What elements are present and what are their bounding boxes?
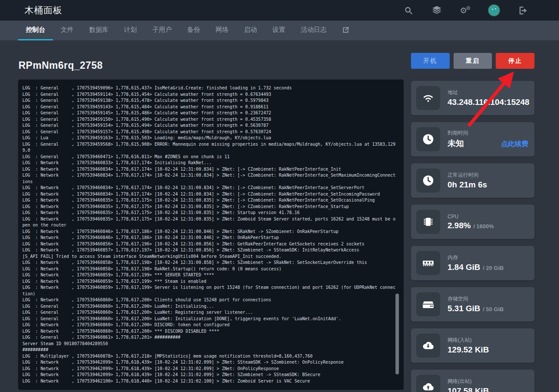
console-line: LOG : Network , 1707539460856> 1,778,617… bbox=[22, 241, 399, 248]
stat-value: 2.98% bbox=[448, 221, 471, 230]
console-line: LOG : Network , 1707539460857> 1,778,617… bbox=[22, 247, 399, 254]
console-line: LOG : Network , 1707539462099> 1,778,618… bbox=[22, 366, 399, 372]
stat-value: 1.84 GiB bbox=[448, 263, 480, 272]
console-line: LOG : Network , 1707539460835> 1,778,617… bbox=[22, 216, 399, 223]
power-buttons: 开机 重启 停止 bbox=[411, 53, 534, 69]
cloud-upload-icon bbox=[416, 375, 440, 392]
console-line: LOG : General , 1707539459145> 1,778,615… bbox=[22, 110, 399, 116]
logout-icon[interactable] bbox=[518, 5, 528, 15]
console-line: LOG : Network , 1707539460860> 1,778,617… bbox=[22, 297, 399, 303]
clock-icon bbox=[416, 127, 440, 151]
console-line: LOG : General , 1707539460471> 1,778,616… bbox=[22, 154, 399, 160]
tab-settings[interactable]: 设置 bbox=[265, 21, 293, 40]
cloud-download-icon bbox=[416, 334, 440, 358]
console-line: LOG : General , 1707539459138> 1,778,615… bbox=[22, 98, 399, 104]
start-button[interactable]: 开机 bbox=[411, 53, 450, 69]
console-line: LOG : General , 1707539459143> 1,778,615… bbox=[22, 104, 399, 110]
expiry-card: 到期时间 未知 点此续费 bbox=[411, 122, 534, 156]
microchip-icon bbox=[416, 210, 440, 234]
stat-label: 存储空间 bbox=[448, 295, 529, 303]
tab-schedules[interactable]: 计划 bbox=[116, 21, 145, 40]
console-line: LOG : Network , 1707539462100> 1,778,618… bbox=[22, 378, 399, 385]
clock-icon bbox=[416, 168, 440, 193]
renew-link[interactable]: 点此续费 bbox=[501, 140, 529, 149]
uptime-card: 正常运行时间 0h 21m 6s bbox=[411, 163, 534, 198]
stat-label: 到期时间 bbox=[448, 129, 529, 137]
console-line: LOG : Network , 1707539460860> 1,778,617… bbox=[22, 322, 399, 328]
avatar[interactable] bbox=[488, 5, 500, 16]
console-line: LOG : Network , 1707539460846> 1,778,617… bbox=[22, 229, 399, 235]
wifi-icon bbox=[416, 86, 440, 110]
tab-network[interactable]: 网络 bbox=[208, 21, 236, 40]
external-link-icon[interactable] bbox=[334, 21, 357, 40]
stat-value: 43.248.116.104:15248 bbox=[448, 98, 529, 107]
console-line: LOG : Lua , 1707539459163> 1,778,615,503… bbox=[22, 135, 399, 141]
stat-label: 正常运行时间 bbox=[448, 172, 529, 179]
stat-label: 地址 bbox=[448, 89, 529, 96]
top-bar: 木桶面板 ⚙⚙ bbox=[0, 0, 559, 21]
search-icon[interactable] bbox=[403, 5, 414, 15]
console-line: LOG : General , 1707539460861> 1,778,617… bbox=[22, 334, 399, 341]
stat-limit: / 1600% bbox=[473, 223, 494, 230]
console-line: 9,0 bbox=[22, 147, 399, 154]
console-line: ########## bbox=[22, 347, 399, 353]
network-out-card: 网络(出站) 107.58 KiB bbox=[411, 370, 534, 392]
console-lines: LOG : General , 1707539459096> 1,778,615… bbox=[22, 85, 399, 384]
tab-startup[interactable]: 启动 bbox=[236, 21, 265, 40]
stop-button[interactable]: 停止 bbox=[496, 53, 534, 69]
console-line: LOG : Network , 1707539460858> 1,778,617… bbox=[22, 266, 399, 273]
tab-activity-log[interactable]: 活动日志 bbox=[293, 21, 334, 40]
stat-label: 网络(入站) bbox=[448, 337, 529, 344]
console-line: LOG : General , 1707539459154> 1,778,615… bbox=[22, 122, 399, 129]
console-line: LOG : Network , 1707539460835> 1,778,617… bbox=[22, 197, 399, 204]
restart-button[interactable]: 重启 bbox=[454, 53, 492, 69]
console-line: Server Steam ID 90180778404289550 bbox=[22, 341, 399, 347]
tab-console[interactable]: 控制台 bbox=[18, 21, 53, 40]
console-line: LOG : Network , 1707539460860> 1,778,617… bbox=[22, 328, 399, 335]
console-line: LOG : Network , 1707539460833> 1,778,617… bbox=[22, 160, 399, 166]
console-line: LOG : Multiplayer , 1707539460878> 1,778… bbox=[22, 353, 399, 360]
stat-value: 0h 21m 6s bbox=[448, 180, 487, 190]
console-scrollbar[interactable] bbox=[395, 294, 399, 374]
tab-files[interactable]: 文件 bbox=[53, 21, 81, 40]
console-line: LOG : General , 1707539460860> 1,778,617… bbox=[22, 309, 399, 316]
layers-icon[interactable] bbox=[432, 5, 442, 15]
stat-label: CPU bbox=[448, 214, 529, 220]
console-line: LOG : Network , 1707539460835> 1,778,617… bbox=[22, 204, 399, 210]
hdd-icon bbox=[416, 292, 440, 316]
app-title: 木桶面板 bbox=[25, 4, 403, 16]
console-line: LOG : General , 1707539459114> 1,778,615… bbox=[22, 92, 399, 98]
stat-value: 5.31 GiB bbox=[448, 304, 480, 313]
console-line: LOG : Network , 1707539460859> 1,778,617… bbox=[22, 272, 399, 279]
stat-value: 未知 bbox=[448, 138, 464, 149]
console-log[interactable]: LOG : General , 1707539459096> 1,778,615… bbox=[18, 80, 404, 390]
console-line: [S_API FAIL] Tried to access Steam inter… bbox=[22, 254, 399, 260]
console-line: LOG : General , 1707539459096> 1,778,615… bbox=[22, 85, 399, 92]
memory-icon bbox=[416, 251, 440, 275]
console-line: ions bbox=[22, 179, 399, 185]
server-name: RPmNm6rq_2758 bbox=[19, 60, 103, 71]
tab-subusers[interactable]: 子用户 bbox=[145, 21, 179, 40]
tab-backups[interactable]: 备份 bbox=[179, 21, 208, 40]
console-line: tion) bbox=[22, 291, 399, 297]
stat-limit: / 50 GiB bbox=[483, 306, 503, 312]
console-line: LOG : General , 1707539460860> 1,778,617… bbox=[22, 303, 399, 310]
console-line: LOG : General , 1707539459568> 1,778,615… bbox=[22, 141, 399, 148]
console-line: LOG : Network , 1707539460834> 1,778,617… bbox=[22, 166, 399, 173]
stat-limit: / 20 GiB bbox=[483, 265, 503, 271]
console-line: LOG : Network , 1707539460834> 1,778,617… bbox=[22, 172, 399, 179]
stat-label: 内存 bbox=[448, 254, 529, 261]
address-card: 地址 43.248.116.104:15248 bbox=[411, 81, 534, 115]
console-line: LOG : Network , 1707539460859> 1,778,617… bbox=[22, 279, 399, 285]
console-line: LOG : Network , 1707539460834> 1,778,617… bbox=[22, 191, 399, 198]
cogs-icon[interactable]: ⚙⚙ bbox=[460, 5, 470, 15]
cpu-card: CPU 2.98% / 1600% bbox=[411, 205, 534, 239]
network-in-card: 网络(入站) 129.52 KiB bbox=[411, 328, 534, 363]
console-line: LOG : Network , 1707539460834> 1,778,617… bbox=[22, 185, 399, 191]
console-line: pen on the router bbox=[22, 222, 399, 229]
tab-databases[interactable]: 数据库 bbox=[81, 21, 116, 40]
stat-label: 网络(出站) bbox=[448, 378, 529, 385]
console-line: LOG : General , 1707539459157> 1,778,615… bbox=[22, 129, 399, 135]
stat-value: 129.52 KiB bbox=[448, 345, 489, 355]
console-line: LOG : General , 1707539460860> 1,778,617… bbox=[22, 316, 399, 322]
